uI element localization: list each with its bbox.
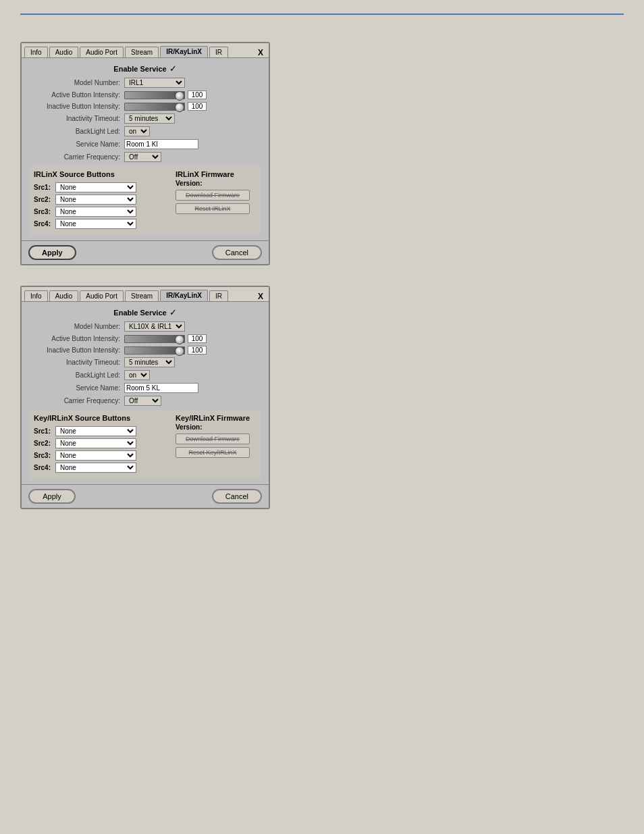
model-number-label-2: Model Number: bbox=[30, 323, 124, 330]
inactive-intensity-label-1: Inactive Button Intensity: bbox=[30, 103, 124, 110]
carrier-freq-label-2: Carrier Frequency: bbox=[30, 397, 124, 405]
carrier-freq-row-2: Carrier Frequency: Off 38kHz 40kHz bbox=[30, 396, 261, 406]
model-number-select-1[interactable]: IRL1 KL10X & IRL1 bbox=[124, 78, 185, 88]
firmware-panel-1: IRLinX Firmware Version: Download Firmwa… bbox=[176, 170, 257, 231]
src2-select-1[interactable]: None bbox=[55, 194, 136, 205]
tab-info-1[interactable]: Info bbox=[24, 47, 48, 57]
inactive-intensity-track-2[interactable] bbox=[124, 346, 185, 355]
tab-stream-1[interactable]: Stream bbox=[125, 47, 159, 57]
src3-select-1[interactable]: None bbox=[55, 207, 136, 217]
active-intensity-track-2[interactable] bbox=[124, 335, 185, 343]
src4-row-1: Src4: None bbox=[34, 219, 171, 229]
src1-label-2: Src1: bbox=[34, 427, 55, 435]
model-number-label-1: Model Number: bbox=[30, 79, 124, 86]
panel-2: Info Audio Audio Port Stream IR/KayLinX … bbox=[20, 286, 270, 509]
inactive-intensity-slider-2: 100 bbox=[124, 346, 207, 355]
reset-btn-2[interactable]: Reset Key/IRLinX bbox=[176, 447, 250, 458]
firmware-title-2: Key/IRLinX Firmware bbox=[176, 414, 257, 422]
backlight-led-select-2[interactable]: on off bbox=[124, 370, 150, 380]
active-intensity-slider-2: 100 bbox=[124, 334, 207, 343]
reset-btn-1[interactable]: Reset IRLinX bbox=[176, 203, 250, 214]
tab-ir-2[interactable]: IR bbox=[209, 290, 228, 301]
src4-label-2: Src4: bbox=[34, 464, 55, 471]
active-intensity-value-2: 100 bbox=[188, 334, 207, 343]
src3-select-2[interactable]: None bbox=[55, 450, 136, 461]
inactive-intensity-row-2: Inactive Button Intensity: 100 bbox=[30, 346, 261, 355]
src1-row-1: Src1: None bbox=[34, 182, 171, 192]
service-name-label-1: Service Name: bbox=[30, 140, 124, 148]
inactive-intensity-row-1: Inactive Button Intensity: 100 bbox=[30, 102, 261, 111]
tab-irkayx-1[interactable]: IR/KayLinX bbox=[160, 46, 208, 57]
tab-bar-1: Info Audio Audio Port Stream IR/KayLinX … bbox=[22, 43, 269, 58]
src4-select-2[interactable]: None bbox=[55, 463, 136, 473]
inactivity-timeout-select-2[interactable]: 5 minutes 10 minutes Never bbox=[124, 357, 175, 367]
download-firmware-btn-1[interactable]: Download Firmware bbox=[176, 190, 250, 201]
enable-service-row-1: Enable Service ✓ bbox=[30, 63, 261, 74]
carrier-freq-select-2[interactable]: Off 38kHz 40kHz bbox=[124, 396, 161, 406]
src4-row-2: Src4: None bbox=[34, 463, 171, 473]
model-number-row-1: Model Number: IRL1 KL10X & IRL1 bbox=[30, 78, 261, 88]
model-number-row-2: Model Number: IRL1 KL10X & IRL1 bbox=[30, 321, 261, 332]
active-intensity-track-1[interactable] bbox=[124, 91, 185, 99]
enable-service-check-1[interactable]: ✓ bbox=[169, 63, 177, 74]
src2-label-1: Src2: bbox=[34, 196, 55, 203]
service-name-input-2[interactable] bbox=[124, 383, 198, 393]
panel-1-content: Enable Service ✓ Model Number: IRL1 KL10… bbox=[22, 58, 269, 240]
inactivity-timeout-select-1[interactable]: 5 minutes 10 minutes Never bbox=[124, 113, 175, 124]
backlight-led-select-1[interactable]: on off bbox=[124, 126, 150, 136]
tab-audio-port-1[interactable]: Audio Port bbox=[80, 47, 124, 57]
active-intensity-row-1: Active Button Intensity: 100 bbox=[30, 90, 261, 99]
enable-service-row-2: Enable Service ✓ bbox=[30, 307, 261, 317]
service-name-input-1[interactable] bbox=[124, 139, 198, 149]
tab-audio-2[interactable]: Audio bbox=[49, 290, 79, 301]
src4-select-1[interactable]: None bbox=[55, 219, 136, 229]
inactive-intensity-label-2: Inactive Button Intensity: bbox=[30, 346, 124, 354]
active-intensity-label-1: Active Button Intensity: bbox=[30, 91, 124, 99]
src3-label-2: Src3: bbox=[34, 452, 55, 459]
download-firmware-btn-2[interactable]: Download Firmware bbox=[176, 434, 250, 444]
active-intensity-value-1: 100 bbox=[188, 90, 207, 99]
inactivity-timeout-label-2: Inactivity Timeout: bbox=[30, 359, 124, 366]
backlight-led-row-2: BackLight Led: on off bbox=[30, 370, 261, 380]
cancel-button-2[interactable]: Cancel bbox=[212, 489, 262, 504]
inactive-intensity-thumb-1[interactable] bbox=[175, 103, 184, 112]
panel-1: Info Audio Audio Port Stream IR/KayLinX … bbox=[20, 42, 270, 265]
src1-select-1[interactable]: None bbox=[55, 182, 136, 192]
carrier-freq-row-1: Carrier Frequency: Off 38kHz 40kHz bbox=[30, 152, 261, 162]
tab-irkayx-2[interactable]: IR/KayLinX bbox=[160, 290, 208, 301]
tab-audio-1[interactable]: Audio bbox=[49, 47, 79, 57]
inactive-intensity-slider-1: 100 bbox=[124, 102, 207, 111]
close-button-2[interactable]: X bbox=[255, 292, 266, 301]
inactive-intensity-value-2: 100 bbox=[188, 346, 207, 355]
src1-row-2: Src1: None bbox=[34, 426, 171, 436]
panel-2-content: Enable Service ✓ Model Number: IRL1 KL10… bbox=[22, 302, 269, 484]
action-bar-1: Apply Cancel bbox=[22, 240, 269, 264]
top-border bbox=[20, 14, 624, 15]
tab-stream-2[interactable]: Stream bbox=[125, 290, 159, 301]
src2-row-1: Src2: None bbox=[34, 194, 171, 205]
inactive-intensity-track-1[interactable] bbox=[124, 103, 185, 111]
backlight-led-label-2: BackLight Led: bbox=[30, 371, 124, 379]
tab-audio-port-2[interactable]: Audio Port bbox=[80, 290, 124, 301]
enable-service-label-1: Enable Service bbox=[113, 65, 166, 73]
tab-ir-1[interactable]: IR bbox=[209, 47, 228, 57]
source-buttons-title-2: Key/IRLinX Source Buttons bbox=[34, 414, 171, 422]
inactivity-timeout-label-1: Inactivity Timeout: bbox=[30, 115, 124, 122]
firmware-version-label-1: Version: bbox=[176, 180, 257, 187]
close-button-1[interactable]: X bbox=[255, 48, 266, 57]
inactive-intensity-thumb-2[interactable] bbox=[175, 346, 184, 356]
enable-service-check-2[interactable]: ✓ bbox=[169, 307, 177, 317]
tab-info-2[interactable]: Info bbox=[24, 290, 48, 301]
apply-button-1[interactable]: Apply bbox=[28, 245, 76, 260]
inactivity-timeout-row-1: Inactivity Timeout: 5 minutes 10 minutes… bbox=[30, 113, 261, 124]
src1-select-2[interactable]: None bbox=[55, 426, 136, 436]
cancel-button-1[interactable]: Cancel bbox=[212, 245, 262, 260]
active-intensity-thumb-1[interactable] bbox=[175, 91, 184, 101]
model-number-select-2[interactable]: IRL1 KL10X & IRL1 bbox=[124, 321, 185, 332]
carrier-freq-select-1[interactable]: Off 38kHz 40kHz bbox=[124, 152, 161, 162]
bottom-section-1: IRLinX Source Buttons Src1: None Src2: N… bbox=[30, 166, 261, 235]
src2-select-2[interactable]: None bbox=[55, 438, 136, 448]
action-bar-2: Apply Cancel bbox=[22, 484, 269, 508]
apply-button-2[interactable]: Apply bbox=[28, 489, 76, 504]
active-intensity-thumb-2[interactable] bbox=[175, 335, 184, 344]
